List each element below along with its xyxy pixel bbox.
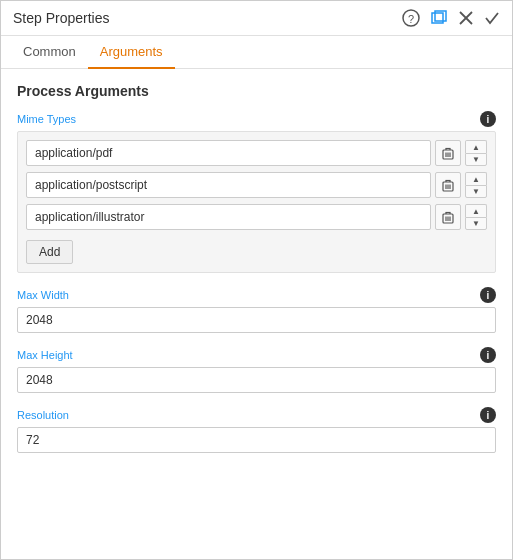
mime-types-group: Mime Types i — [17, 111, 496, 273]
mime-types-label: Mime Types — [17, 113, 76, 125]
mime-types-label-row: Mime Types i — [17, 111, 496, 127]
content-area: Process Arguments Mime Types i — [1, 69, 512, 481]
page-title: Step Properties — [13, 10, 110, 26]
add-mime-button[interactable]: Add — [26, 240, 73, 264]
move-up-0-button[interactable]: ▲ — [465, 140, 487, 153]
tab-common[interactable]: Common — [11, 36, 88, 69]
move-group-1: ▲ ▼ — [465, 172, 487, 198]
restore-icon[interactable] — [430, 9, 448, 27]
help-icon[interactable]: ? — [402, 9, 420, 27]
title-bar: Step Properties ? — [1, 1, 512, 36]
resolution-info-icon[interactable]: i — [480, 407, 496, 423]
delete-mime-0-button[interactable] — [435, 140, 461, 166]
move-group-2: ▲ ▼ — [465, 204, 487, 230]
move-down-1-button[interactable]: ▼ — [465, 185, 487, 198]
mime-input-0[interactable] — [26, 140, 431, 166]
move-group-0: ▲ ▼ — [465, 140, 487, 166]
resolution-label: Resolution — [17, 409, 69, 421]
confirm-icon[interactable] — [484, 10, 500, 26]
mime-types-container: ▲ ▼ — [17, 131, 496, 273]
max-width-info-icon[interactable]: i — [480, 287, 496, 303]
tab-arguments[interactable]: Arguments — [88, 36, 175, 69]
resolution-input[interactable] — [17, 427, 496, 453]
delete-mime-2-button[interactable] — [435, 204, 461, 230]
max-height-label: Max Height — [17, 349, 73, 361]
max-width-label-row: Max Width i — [17, 287, 496, 303]
move-up-2-button[interactable]: ▲ — [465, 204, 487, 217]
max-width-group: Max Width i — [17, 287, 496, 333]
max-height-group: Max Height i — [17, 347, 496, 393]
mime-row: ▲ ▼ — [26, 140, 487, 166]
mime-row: ▲ ▼ — [26, 204, 487, 230]
max-height-info-icon[interactable]: i — [480, 347, 496, 363]
max-height-input[interactable] — [17, 367, 496, 393]
resolution-label-row: Resolution i — [17, 407, 496, 423]
move-down-2-button[interactable]: ▼ — [465, 217, 487, 230]
resolution-group: Resolution i — [17, 407, 496, 453]
tab-bar: Common Arguments — [1, 36, 512, 69]
mime-input-1[interactable] — [26, 172, 431, 198]
move-up-1-button[interactable]: ▲ — [465, 172, 487, 185]
mime-row: ▲ ▼ — [26, 172, 487, 198]
svg-text:?: ? — [408, 13, 414, 25]
move-down-0-button[interactable]: ▼ — [465, 153, 487, 166]
max-width-label: Max Width — [17, 289, 69, 301]
max-height-label-row: Max Height i — [17, 347, 496, 363]
mime-input-2[interactable] — [26, 204, 431, 230]
mime-types-info-icon[interactable]: i — [480, 111, 496, 127]
close-icon[interactable] — [458, 10, 474, 26]
title-bar-icons: ? — [402, 9, 500, 27]
max-width-input[interactable] — [17, 307, 496, 333]
section-title: Process Arguments — [17, 83, 496, 99]
delete-mime-1-button[interactable] — [435, 172, 461, 198]
